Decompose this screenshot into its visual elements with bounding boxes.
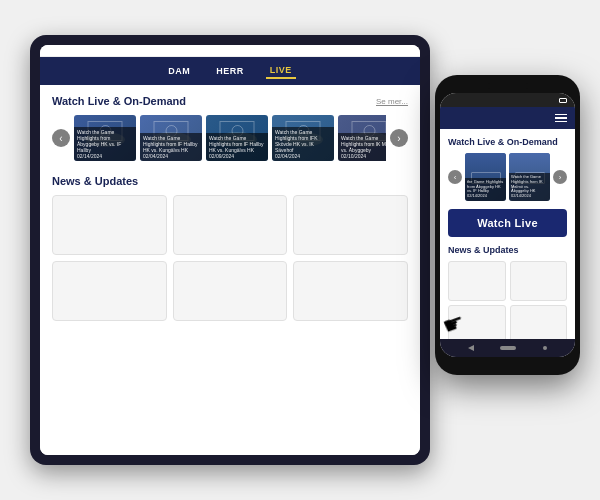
tablet-screen: DAM HERR LIVE Watch Live & On-Demand Se …	[40, 45, 420, 455]
nav-item-herr[interactable]: HERR	[212, 64, 248, 78]
phone-live-title: Watch Live & On-Demand	[448, 137, 567, 147]
video-thumb-3[interactable]: Watch the Game Highlights from IF Hallby…	[206, 115, 268, 161]
video-thumb-2[interactable]: Watch the Game Highlights from IF Hallby…	[140, 115, 202, 161]
phone-notch	[488, 83, 528, 89]
news-card-3[interactable]	[293, 195, 408, 255]
phone-news-title: News & Updates	[448, 245, 567, 255]
recents-button-icon[interactable]	[543, 346, 547, 350]
video-1-text: Watch the Game Highlights from Åbyggeby …	[77, 129, 133, 153]
video-5-date: 02/10/2024	[341, 153, 386, 159]
news-card-6[interactable]	[293, 261, 408, 321]
home-button-icon[interactable]	[500, 346, 516, 350]
menu-line-2	[555, 117, 567, 119]
menu-line-3	[555, 121, 567, 123]
phone-video-2-text: Watch the Game Highlights from IK Malmö …	[511, 175, 548, 194]
phone-battery-icon	[559, 98, 567, 103]
news-card-5[interactable]	[173, 261, 288, 321]
news-card-1[interactable]	[52, 195, 167, 255]
phone-news-card-2[interactable]	[510, 261, 568, 301]
phone-status-bar	[440, 93, 575, 107]
news-card-2[interactable]	[173, 195, 288, 255]
tablet-nav: DAM HERR LIVE	[40, 57, 420, 85]
hamburger-menu-icon[interactable]	[555, 114, 567, 123]
video-1-date: 02/14/2024	[77, 153, 133, 159]
scene: DAM HERR LIVE Watch Live & On-Demand Se …	[10, 15, 590, 485]
phone-video-items: the Game Highlights from Åbyggeby HK vs.…	[465, 153, 550, 201]
carousel-next-button[interactable]: ›	[390, 129, 408, 147]
news-section-title: News & Updates	[52, 175, 408, 187]
video-3-text: Watch the Game Highlights from IF Hallby…	[209, 135, 265, 153]
video-carousel: ‹ Watch the Game Highlights from Åbyggeb…	[52, 115, 408, 161]
watch-live-button[interactable]: Watch Live	[448, 209, 567, 237]
phone-carousel-next[interactable]: ›	[553, 170, 567, 184]
video-2-date: 02/04/2024	[143, 153, 199, 159]
tablet-device: DAM HERR LIVE Watch Live & On-Demand Se …	[30, 35, 430, 465]
video-thumb-4[interactable]: Watch the Game Highlights from IFK Skövd…	[272, 115, 334, 161]
video-items: Watch the Game Highlights from Åbyggeby …	[74, 115, 386, 161]
news-card-4[interactable]	[52, 261, 167, 321]
back-button-icon[interactable]	[468, 345, 474, 351]
video-2-text: Watch the Game Highlights from IF Hallby…	[143, 135, 199, 153]
live-section-header: Watch Live & On-Demand Se mer...	[52, 95, 408, 107]
video-thumb-5[interactable]: Watch the Game Highlights from IK Malmö …	[338, 115, 386, 161]
video-3-date: 02/09/2024	[209, 153, 265, 159]
video-thumb-1[interactable]: Watch the Game Highlights from Åbyggeby …	[74, 115, 136, 161]
nav-item-live[interactable]: LIVE	[266, 63, 296, 79]
phone-video-2[interactable]: Watch the Game Highlights from IK Malmö …	[509, 153, 550, 201]
tablet-content: Watch Live & On-Demand Se mer... ‹ Watch…	[40, 85, 420, 455]
phone-video-2-date: 02/14/2024	[511, 194, 548, 199]
phone-nav[interactable]	[440, 107, 575, 129]
phone-status-icons	[559, 98, 567, 103]
news-grid	[52, 195, 408, 321]
phone-video-1[interactable]: the Game Highlights from Åbyggeby HK vs.…	[465, 153, 506, 201]
video-4-text: Watch the Game Highlights from IFK Skövd…	[275, 129, 331, 153]
tablet-header	[40, 45, 420, 57]
phone-carousel: ‹ the Game Highlights from Åbyggeby HK v…	[448, 153, 567, 201]
phone-bottom-nav	[440, 339, 575, 357]
phone-video-1-text: the Game Highlights from Åbyggeby HK vs.…	[467, 180, 504, 194]
video-5-text: Watch the Game Highlights from IK Malmö …	[341, 135, 386, 153]
phone-news-card-4[interactable]	[510, 305, 568, 339]
video-4-date: 02/04/2024	[275, 153, 331, 159]
phone-content: Watch Live & On-Demand ‹ the Game Highli…	[440, 129, 575, 339]
phone-news-card-1[interactable]	[448, 261, 506, 301]
carousel-prev-button[interactable]: ‹	[52, 129, 70, 147]
phone-video-1-date: 02/14/2024	[467, 194, 504, 199]
phone-carousel-prev[interactable]: ‹	[448, 170, 462, 184]
nav-item-dam[interactable]: DAM	[164, 64, 194, 78]
live-section-title: Watch Live & On-Demand	[52, 95, 186, 107]
menu-line-1	[555, 114, 567, 116]
see-more-link[interactable]: Se mer...	[376, 97, 408, 106]
